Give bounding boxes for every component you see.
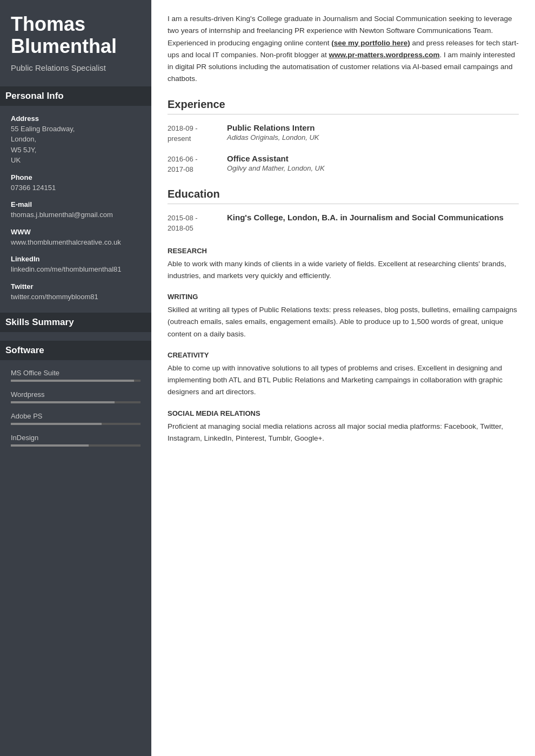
skill-name: Adobe PS xyxy=(11,412,141,420)
skill-bar-bg xyxy=(11,444,141,447)
education-list: 2015-08 -2018-05 King's College, London,… xyxy=(168,213,519,234)
address-value: 55 Ealing Broadway,London,W5 5JY,UK xyxy=(11,124,141,166)
email-item: E-mail thomas.j.blumenthal@gmail.com xyxy=(11,200,141,220)
skill-block: SOCIAL MEDIA RELATIONS Proficient at man… xyxy=(168,409,519,445)
exp-title: Public Relations Intern xyxy=(227,123,319,132)
skill-block-title: SOCIAL MEDIA RELATIONS xyxy=(168,409,519,417)
skills-summary-header: Skills Summary xyxy=(0,313,151,332)
sidebar: Thomas Blumenthal Public Relations Speci… xyxy=(0,0,151,756)
skill-block-title: RESEARCH xyxy=(168,247,519,255)
exp-org: Ogilvy and Mather, London, UK xyxy=(227,164,325,172)
education-row: 2015-08 -2018-05 King's College, London,… xyxy=(168,213,519,234)
main-content: I am a results-driven King's College gra… xyxy=(151,0,535,756)
exp-date: 2018-09 -present xyxy=(168,123,227,144)
phone-item: Phone 07366 124151 xyxy=(11,173,141,193)
experience-section: Experience 2018-09 -present Public Relat… xyxy=(168,98,519,175)
skill-block-desc: Able to come up with innovative solution… xyxy=(168,362,519,399)
skill-bar-bg xyxy=(11,380,141,382)
skill-block-desc: Able to work with many kinds of clients … xyxy=(168,258,519,282)
twitter-value: twitter.com/thommybloom81 xyxy=(11,292,141,302)
experience-header: Experience xyxy=(168,98,519,114)
personal-info-header: Personal Info xyxy=(0,86,151,106)
experience-row: 2016-06 -2017-08 Office Assistant Ogilvy… xyxy=(168,154,519,175)
skill-item: InDesign xyxy=(11,434,141,447)
skill-item: Wordpress xyxy=(11,390,141,403)
portfolio-link[interactable]: (see my portfolio here) xyxy=(331,39,410,47)
skill-bar-fill xyxy=(11,380,134,382)
candidate-name: Thomas Blumenthal xyxy=(11,13,141,58)
skill-bar-fill xyxy=(11,423,102,425)
skill-name: MS Office Suite xyxy=(11,369,141,377)
skill-bar-bg xyxy=(11,401,141,403)
experience-row: 2018-09 -present Public Relations Intern… xyxy=(168,123,519,144)
twitter-item: Twitter twitter.com/thommybloom81 xyxy=(11,282,141,302)
software-header: Software xyxy=(0,341,151,360)
summary-paragraph: I am a results-driven King's College gra… xyxy=(168,13,519,85)
education-header: Education xyxy=(168,188,519,204)
exp-date: 2016-06 -2017-08 xyxy=(168,154,227,175)
skill-bar-bg xyxy=(11,423,141,425)
www-value: www.thomblumenthalcreative.co.uk xyxy=(11,237,141,248)
exp-detail: Public Relations Intern Adidas Originals… xyxy=(227,123,319,144)
linkedin-item: LinkedIn linkedin.com/me/thomblumenthal8… xyxy=(11,255,141,275)
twitter-label: Twitter xyxy=(11,282,141,291)
skill-block-title: CREATIVITY xyxy=(168,351,519,359)
skill-item: MS Office Suite xyxy=(11,369,141,382)
skill-block-desc: Proficient at managing social media rela… xyxy=(168,421,519,445)
skill-block: CREATIVITY Able to come up with innovati… xyxy=(168,351,519,399)
phone-label: Phone xyxy=(11,173,141,181)
skill-name: Wordpress xyxy=(11,390,141,399)
skill-item: Adobe PS xyxy=(11,412,141,425)
edu-title: King's College, London, B.A. in Journali… xyxy=(227,213,504,222)
skill-name: InDesign xyxy=(11,434,141,442)
exp-detail: Office Assistant Ogilvy and Mather, Lond… xyxy=(227,154,325,175)
skill-block: WRITING Skilled at writing all types of … xyxy=(168,293,519,340)
exp-title: Office Assistant xyxy=(227,154,325,163)
blog-link[interactable]: www.pr-matters.wordpress.com xyxy=(329,51,439,59)
education-section: Education 2015-08 -2018-05 King's Colleg… xyxy=(168,188,519,234)
linkedin-label: LinkedIn xyxy=(11,255,141,263)
www-label: WWW xyxy=(11,228,141,236)
skill-block-desc: Skilled at writing all types of Public R… xyxy=(168,304,519,340)
www-item: WWW www.thomblumenthalcreative.co.uk xyxy=(11,228,141,248)
skill-block: RESEARCH Able to work with many kinds of… xyxy=(168,247,519,282)
edu-detail: King's College, London, B.A. in Journali… xyxy=(227,213,504,234)
candidate-title: Public Relations Specialist xyxy=(11,62,141,73)
skills-area: RESEARCH Able to work with many kinds of… xyxy=(168,247,519,445)
skill-bar-fill xyxy=(11,401,115,403)
skill-block-title: WRITING xyxy=(168,293,519,301)
exp-org: Adidas Originals, London, UK xyxy=(227,133,319,141)
edu-date: 2015-08 -2018-05 xyxy=(168,213,227,234)
experience-list: 2018-09 -present Public Relations Intern… xyxy=(168,123,519,175)
address-item: Address 55 Ealing Broadway,London,W5 5JY… xyxy=(11,114,141,166)
skills-list: MS Office Suite Wordpress Adobe PS InDes… xyxy=(11,369,141,447)
skill-bar-fill xyxy=(11,444,89,447)
email-value: thomas.j.blumenthal@gmail.com xyxy=(11,210,141,220)
address-label: Address xyxy=(11,114,141,123)
linkedin-value: linkedin.com/me/thomblumenthal81 xyxy=(11,264,141,275)
email-label: E-mail xyxy=(11,200,141,208)
phone-value: 07366 124151 xyxy=(11,183,141,193)
